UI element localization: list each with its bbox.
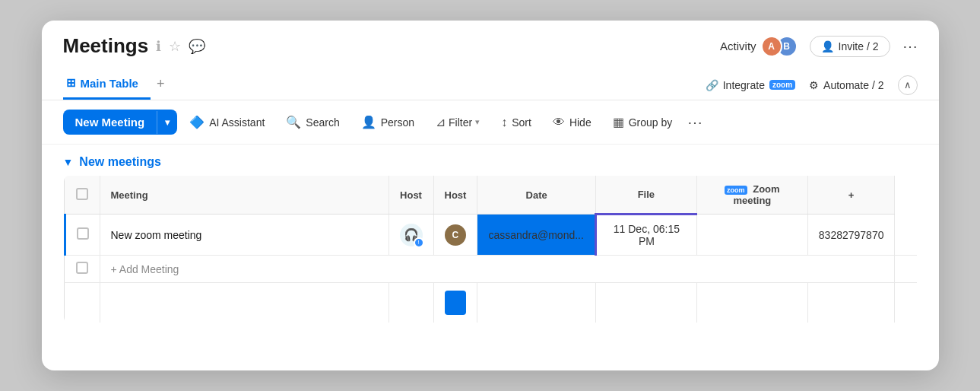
date-cell[interactable]: 11 Dec, 06:15 PM	[595, 215, 696, 256]
automate-button[interactable]: ⚙ Automate / 2	[809, 79, 883, 91]
add-meeting-checkbox-cell	[65, 256, 100, 283]
collapse-button[interactable]: ∧	[898, 75, 918, 95]
zoom-meeting-number: 83282797870	[819, 229, 884, 241]
zoom-logo: zoom	[725, 186, 747, 195]
add-checkbox	[76, 262, 88, 274]
host-avatar-cell: C	[433, 215, 477, 256]
automate-label: Automate / 2	[823, 79, 883, 91]
info-icon[interactable]: ℹ	[156, 38, 161, 55]
search-button[interactable]: 🔍 Search	[277, 110, 348, 135]
filter-chevron-icon: ▾	[475, 117, 480, 127]
table-section: ▼ New meetings Meeting Host Host	[42, 145, 939, 339]
date-col-label: Date	[526, 189, 547, 201]
host-badge: !	[414, 237, 424, 248]
activity-button[interactable]: Activity A B	[720, 36, 798, 57]
summary-date-cell	[477, 283, 596, 323]
host-icon: 🎧 !	[400, 224, 423, 246]
col-checkbox-header[interactable]	[65, 176, 100, 215]
col-meeting-header: Meeting	[100, 176, 389, 215]
row-extra-cell	[895, 215, 917, 256]
row-checkbox-cell[interactable]	[65, 215, 100, 256]
col-host2-header: Host	[433, 176, 477, 215]
search-label: Search	[306, 116, 339, 129]
meeting-col-label: Meeting	[111, 189, 148, 201]
col-date-header: Date	[477, 176, 596, 215]
integrate-label: Integrate	[723, 79, 765, 91]
header-checkbox[interactable]	[76, 188, 88, 200]
sort-button[interactable]: ↕ Sort	[492, 110, 541, 135]
data-table: Meeting Host Host Date File zo	[63, 175, 918, 323]
activity-label: Activity	[720, 40, 756, 52]
group-name: New meetings	[79, 155, 161, 169]
filter-label: Filter	[449, 116, 472, 129]
hide-label: Hide	[569, 116, 591, 129]
new-meeting-button[interactable]: New Meeting ▾	[63, 110, 178, 135]
hide-button[interactable]: 👁 Hide	[544, 110, 601, 135]
person-button[interactable]: 👤 Person	[352, 110, 423, 135]
group-chevron-icon: ▼	[63, 156, 74, 168]
header: Meetings ℹ ☆ 💬 Activity A B 👤 Invite / 2…	[42, 21, 939, 58]
summary-row	[65, 283, 918, 323]
app-window: Meetings ℹ ☆ 💬 Activity A B 👤 Invite / 2…	[42, 21, 939, 370]
toolbar-more-button[interactable]: ⋯	[687, 113, 702, 132]
tab-main-table-label: Main Table	[81, 77, 138, 90]
cassandra-cell[interactable]: cassandra@mond...	[477, 215, 596, 256]
host1-col-label: Host	[400, 189, 422, 201]
sort-label: Sort	[512, 116, 531, 129]
header-more-button[interactable]: ⋯	[902, 37, 918, 56]
activity-avatars: A B	[761, 36, 798, 57]
file-col-label: File	[638, 189, 655, 200]
summary-extra-cell	[807, 283, 895, 323]
tabs-left: ⊞ Main Table +	[63, 70, 171, 100]
col-host1-header: Host	[389, 176, 433, 215]
add-meeting-row[interactable]: + Add Meeting	[65, 256, 918, 283]
col-file-header: File	[595, 176, 696, 215]
automate-icon: ⚙	[809, 79, 819, 91]
invite-button[interactable]: 👤 Invite / 2	[810, 36, 890, 57]
col-zoom-header: zoom Zoom meeting	[696, 176, 807, 215]
invite-icon: 👤	[821, 40, 834, 52]
add-meeting-cell[interactable]: + Add Meeting	[100, 256, 895, 283]
tabs-right: 🔗 Integrate zoom ⚙ Automate / 2 ∧	[706, 75, 918, 95]
filter-icon: ⊿	[436, 115, 446, 129]
host2-col-label: Host	[445, 189, 467, 201]
host-avatar: C	[445, 224, 466, 246]
add-tab-button[interactable]: +	[151, 70, 171, 100]
add-meeting-extra	[895, 256, 917, 283]
person-label: Person	[381, 116, 414, 129]
tab-main-table[interactable]: ⊞ Main Table	[63, 70, 151, 100]
hide-icon: 👁	[553, 116, 565, 129]
summary-zoom-cell	[696, 283, 807, 323]
star-icon[interactable]: ☆	[169, 38, 181, 55]
ai-icon: 🔷	[189, 115, 205, 129]
group-by-button[interactable]: ▦ Group by	[604, 110, 682, 135]
invite-label: Invite / 2	[839, 40, 879, 52]
meeting-cell[interactable]: New zoom meeting	[100, 215, 389, 256]
date-value: 11 Dec, 06:15 PM	[614, 223, 680, 247]
filter-button[interactable]: ⊿ Filter ▾	[427, 110, 489, 135]
table-row: New zoom meeting 🎧 ! C cassandra@mond...	[65, 215, 918, 256]
header-left: Meetings ℹ ☆ 💬	[63, 34, 206, 58]
ai-assistant-button[interactable]: 🔷 AI Assistant	[180, 110, 274, 135]
summary-blue-bar	[445, 291, 467, 315]
tabs-bar: ⊞ Main Table + 🔗 Integrate zoom ⚙ Automa…	[42, 64, 939, 100]
new-meeting-dropdown-arrow[interactable]: ▾	[157, 111, 177, 134]
integrate-button[interactable]: 🔗 Integrate zoom	[706, 79, 795, 91]
avatar-1: A	[761, 36, 782, 57]
header-right: Activity A B 👤 Invite / 2 ⋯	[720, 36, 917, 57]
group-icon: ▦	[613, 115, 624, 129]
sort-icon: ↕	[501, 116, 507, 129]
group-by-label: Group by	[629, 116, 673, 129]
chat-icon[interactable]: 💬	[189, 38, 205, 55]
table-icon: ⊞	[66, 76, 76, 90]
person-icon: 👤	[361, 115, 376, 129]
row-checkbox[interactable]	[77, 227, 89, 240]
cassandra-email: cassandra@mond...	[488, 229, 584, 241]
group-header[interactable]: ▼ New meetings	[63, 145, 918, 175]
zoom-meeting-cell[interactable]: 83282797870	[807, 215, 895, 256]
meeting-name: New zoom meeting	[111, 229, 202, 241]
search-icon: 🔍	[286, 115, 301, 129]
zoom-badge: zoom	[769, 80, 795, 90]
add-column-button[interactable]: +	[807, 176, 895, 215]
summary-meeting-cell	[100, 283, 389, 323]
